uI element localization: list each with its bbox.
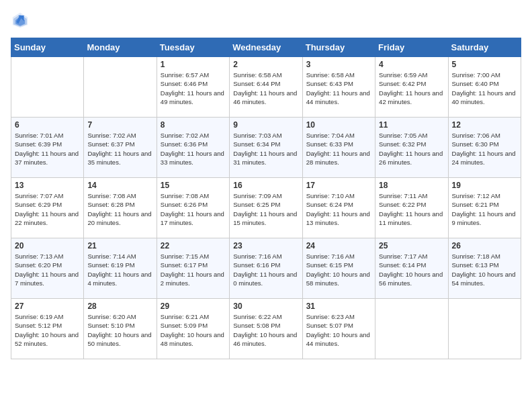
day-number: 16	[233, 181, 298, 190]
day-number: 23	[233, 241, 298, 250]
calendar-cell: 23Sunrise: 7:16 AM Sunset: 6:16 PM Dayli…	[230, 238, 302, 299]
calendar-cell: 25Sunrise: 7:17 AM Sunset: 6:14 PM Dayli…	[375, 238, 448, 299]
day-number: 15	[161, 181, 226, 190]
cell-info: Sunrise: 7:08 AM Sunset: 6:28 PM Dayligh…	[87, 191, 152, 227]
cell-info: Sunrise: 6:59 AM Sunset: 6:42 PM Dayligh…	[379, 71, 444, 106]
cell-info: Sunrise: 7:05 AM Sunset: 6:32 PM Dayligh…	[379, 131, 444, 167]
cell-info: Sunrise: 7:09 AM Sunset: 6:25 PM Dayligh…	[233, 191, 298, 227]
cell-info: Sunrise: 6:19 AM Sunset: 5:12 PM Dayligh…	[15, 312, 80, 348]
calendar-table: SundayMondayTuesdayWednesdayThursdayFrid…	[11, 38, 521, 359]
day-number: 27	[15, 302, 80, 311]
calendar-cell: 28Sunrise: 6:20 AM Sunset: 5:10 PM Dayli…	[84, 299, 157, 359]
calendar-cell: 8Sunrise: 7:02 AM Sunset: 6:36 PM Daylig…	[157, 118, 229, 178]
calendar-cell: 27Sunrise: 6:19 AM Sunset: 5:12 PM Dayli…	[11, 299, 84, 359]
calendar-cell: 2Sunrise: 6:58 AM Sunset: 6:44 PM Daylig…	[230, 57, 302, 118]
cell-info: Sunrise: 7:17 AM Sunset: 6:14 PM Dayligh…	[379, 252, 444, 287]
day-number: 24	[306, 241, 371, 250]
calendar-week-1: 1Sunrise: 6:57 AM Sunset: 6:46 PM Daylig…	[11, 57, 521, 118]
calendar-cell: 21Sunrise: 7:14 AM Sunset: 6:19 PM Dayli…	[84, 238, 157, 299]
calendar-cell: 4Sunrise: 6:59 AM Sunset: 6:42 PM Daylig…	[375, 57, 448, 118]
calendar-cell	[84, 57, 157, 118]
calendar-cell: 26Sunrise: 7:18 AM Sunset: 6:13 PM Dayli…	[448, 238, 521, 299]
day-number: 14	[87, 181, 152, 190]
day-number: 22	[161, 241, 226, 250]
day-number: 13	[15, 181, 80, 190]
column-header-tuesday: Tuesday	[157, 38, 229, 57]
day-number: 12	[452, 120, 517, 130]
column-header-sunday: Sunday	[11, 38, 84, 57]
calendar-cell	[375, 299, 448, 359]
calendar-week-3: 13Sunrise: 7:07 AM Sunset: 6:29 PM Dayli…	[11, 178, 521, 238]
calendar-cell: 19Sunrise: 7:12 AM Sunset: 6:21 PM Dayli…	[448, 178, 521, 238]
day-number: 1	[161, 60, 226, 69]
day-number: 20	[15, 241, 80, 250]
cell-info: Sunrise: 6:57 AM Sunset: 6:46 PM Dayligh…	[161, 71, 226, 106]
column-header-wednesday: Wednesday	[230, 38, 302, 57]
cell-info: Sunrise: 7:10 AM Sunset: 6:24 PM Dayligh…	[306, 191, 371, 227]
calendar-cell: 31Sunrise: 6:23 AM Sunset: 5:07 PM Dayli…	[302, 299, 375, 359]
cell-info: Sunrise: 6:22 AM Sunset: 5:08 PM Dayligh…	[233, 312, 298, 348]
calendar-cell: 16Sunrise: 7:09 AM Sunset: 6:25 PM Dayli…	[230, 178, 302, 238]
day-number: 4	[379, 60, 444, 69]
cell-info: Sunrise: 7:16 AM Sunset: 6:16 PM Dayligh…	[233, 252, 298, 287]
cell-info: Sunrise: 6:58 AM Sunset: 6:43 PM Dayligh…	[306, 71, 371, 106]
cell-info: Sunrise: 6:21 AM Sunset: 5:09 PM Dayligh…	[161, 312, 226, 348]
cell-info: Sunrise: 7:13 AM Sunset: 6:20 PM Dayligh…	[15, 252, 80, 287]
calendar-cell: 18Sunrise: 7:11 AM Sunset: 6:22 PM Dayli…	[375, 178, 448, 238]
day-number: 21	[87, 241, 152, 250]
logo-icon	[11, 11, 30, 30]
cell-info: Sunrise: 7:01 AM Sunset: 6:39 PM Dayligh…	[15, 131, 80, 167]
day-number: 25	[379, 241, 444, 250]
cell-info: Sunrise: 7:11 AM Sunset: 6:22 PM Dayligh…	[379, 191, 444, 227]
day-number: 11	[379, 120, 444, 130]
cell-info: Sunrise: 7:14 AM Sunset: 6:19 PM Dayligh…	[87, 252, 152, 287]
cell-info: Sunrise: 7:00 AM Sunset: 6:40 PM Dayligh…	[452, 71, 517, 106]
day-number: 18	[379, 181, 444, 190]
calendar-cell	[448, 299, 521, 359]
page-header	[11, 11, 521, 30]
cell-info: Sunrise: 7:18 AM Sunset: 6:13 PM Dayligh…	[452, 252, 517, 287]
calendar-cell: 3Sunrise: 6:58 AM Sunset: 6:43 PM Daylig…	[302, 57, 375, 118]
calendar-cell: 12Sunrise: 7:06 AM Sunset: 6:30 PM Dayli…	[448, 118, 521, 178]
cell-info: Sunrise: 7:03 AM Sunset: 6:34 PM Dayligh…	[233, 131, 298, 167]
calendar-cell: 5Sunrise: 7:00 AM Sunset: 6:40 PM Daylig…	[448, 57, 521, 118]
day-number: 19	[452, 181, 517, 190]
calendar-cell: 30Sunrise: 6:22 AM Sunset: 5:08 PM Dayli…	[230, 299, 302, 359]
logo	[11, 11, 32, 30]
cell-info: Sunrise: 7:08 AM Sunset: 6:26 PM Dayligh…	[161, 191, 226, 227]
calendar-week-4: 20Sunrise: 7:13 AM Sunset: 6:20 PM Dayli…	[11, 238, 521, 299]
calendar-cell: 15Sunrise: 7:08 AM Sunset: 6:26 PM Dayli…	[157, 178, 229, 238]
cell-info: Sunrise: 6:20 AM Sunset: 5:10 PM Dayligh…	[87, 312, 152, 348]
day-number: 8	[161, 120, 226, 130]
day-number: 9	[233, 120, 298, 130]
calendar-cell: 9Sunrise: 7:03 AM Sunset: 6:34 PM Daylig…	[230, 118, 302, 178]
day-number: 28	[87, 302, 152, 311]
calendar-week-2: 6Sunrise: 7:01 AM Sunset: 6:39 PM Daylig…	[11, 118, 521, 178]
cell-info: Sunrise: 7:12 AM Sunset: 6:21 PM Dayligh…	[452, 191, 517, 227]
day-number: 31	[306, 302, 371, 311]
calendar-cell: 10Sunrise: 7:04 AM Sunset: 6:33 PM Dayli…	[302, 118, 375, 178]
day-number: 26	[452, 241, 517, 250]
column-header-saturday: Saturday	[448, 38, 521, 57]
day-number: 2	[233, 60, 298, 69]
calendar-cell: 17Sunrise: 7:10 AM Sunset: 6:24 PM Dayli…	[302, 178, 375, 238]
calendar-cell: 22Sunrise: 7:15 AM Sunset: 6:17 PM Dayli…	[157, 238, 229, 299]
calendar-cell: 14Sunrise: 7:08 AM Sunset: 6:28 PM Dayli…	[84, 178, 157, 238]
calendar-week-5: 27Sunrise: 6:19 AM Sunset: 5:12 PM Dayli…	[11, 299, 521, 359]
day-number: 7	[87, 120, 152, 130]
calendar-cell: 24Sunrise: 7:16 AM Sunset: 6:15 PM Dayli…	[302, 238, 375, 299]
cell-info: Sunrise: 7:16 AM Sunset: 6:15 PM Dayligh…	[306, 252, 371, 287]
day-number: 29	[161, 302, 226, 311]
cell-info: Sunrise: 6:58 AM Sunset: 6:44 PM Dayligh…	[233, 71, 298, 106]
cell-info: Sunrise: 7:15 AM Sunset: 6:17 PM Dayligh…	[161, 252, 226, 287]
calendar-cell: 7Sunrise: 7:02 AM Sunset: 6:37 PM Daylig…	[84, 118, 157, 178]
cell-info: Sunrise: 6:23 AM Sunset: 5:07 PM Dayligh…	[306, 312, 371, 348]
day-number: 5	[452, 60, 517, 69]
header-row: SundayMondayTuesdayWednesdayThursdayFrid…	[11, 38, 521, 57]
day-number: 3	[306, 60, 371, 69]
day-number: 6	[15, 120, 80, 130]
cell-info: Sunrise: 7:02 AM Sunset: 6:36 PM Dayligh…	[161, 131, 226, 167]
calendar-cell: 20Sunrise: 7:13 AM Sunset: 6:20 PM Dayli…	[11, 238, 84, 299]
calendar-cell: 11Sunrise: 7:05 AM Sunset: 6:32 PM Dayli…	[375, 118, 448, 178]
calendar-cell: 6Sunrise: 7:01 AM Sunset: 6:39 PM Daylig…	[11, 118, 84, 178]
